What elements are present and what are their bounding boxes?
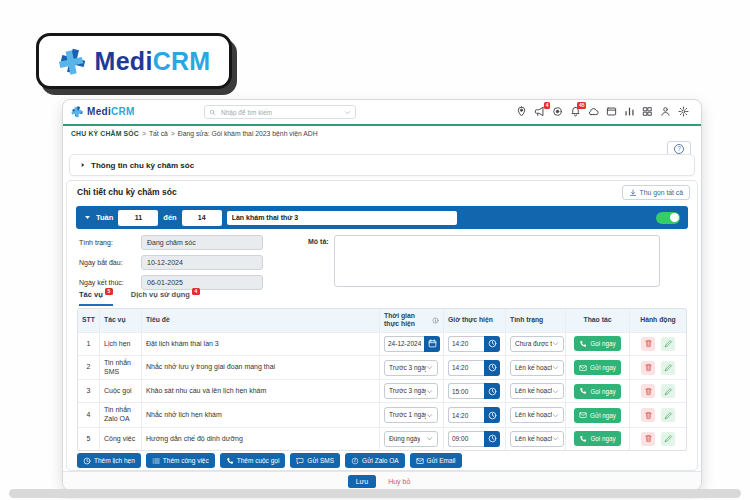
- description-textarea[interactable]: [334, 235, 660, 287]
- clock-button[interactable]: [484, 383, 500, 399]
- tab-tasks[interactable]: Tác vụ5: [79, 290, 113, 306]
- cycle-name-input[interactable]: [227, 211, 457, 225]
- clock-button[interactable]: [484, 431, 500, 447]
- add-task-button[interactable]: Thêm công việc: [146, 453, 215, 468]
- cell-row-actions: [630, 428, 686, 450]
- call-now-button[interactable]: Gọi ngay: [574, 384, 620, 399]
- edit-button[interactable]: [661, 384, 675, 398]
- info-icon[interactable]: [432, 317, 439, 324]
- medicrm-cross-icon: [58, 46, 88, 76]
- send-sms-button[interactable]: Gửi SMS: [290, 453, 340, 468]
- stats-icon[interactable]: [624, 106, 635, 117]
- delete-button[interactable]: [641, 408, 655, 422]
- cancel-button[interactable]: Huỷ bỏ: [382, 477, 416, 486]
- delete-button[interactable]: [641, 384, 655, 398]
- gear-icon[interactable]: [678, 106, 689, 117]
- global-search[interactable]: [204, 105, 356, 119]
- edit-button[interactable]: [661, 432, 675, 446]
- search-input[interactable]: [219, 108, 341, 117]
- edit-button[interactable]: [661, 408, 675, 422]
- save-button[interactable]: Lưu: [348, 475, 376, 488]
- column-header: Giờ thực hiện: [444, 309, 506, 332]
- send-now-button[interactable]: Gửi ngay: [574, 408, 621, 423]
- breadcrumb-item[interactable]: Tất cả: [149, 130, 168, 137]
- cell-stt: 3: [78, 380, 100, 402]
- hour-input[interactable]: [448, 431, 484, 447]
- target-icon[interactable]: [552, 106, 563, 117]
- cell-task-type: Tin nhắn SMS: [100, 356, 142, 380]
- megaphone-icon[interactable]: 4: [534, 106, 545, 117]
- cloud-icon[interactable]: [588, 106, 599, 117]
- calendar-button[interactable]: [424, 336, 440, 352]
- cell-row-actions: [630, 380, 686, 402]
- time-select[interactable]: Trước 3 ngày: [384, 383, 438, 399]
- hour-input[interactable]: [448, 336, 484, 352]
- collapse-all-button[interactable]: Thu gọn tất cả: [622, 185, 690, 200]
- add-call-button[interactable]: Thêm cuộc gọi: [220, 453, 286, 468]
- hour-input[interactable]: [448, 383, 484, 399]
- call-now-button[interactable]: Gọi ngay: [574, 431, 620, 446]
- footer-bar: Lưu Huỷ bỏ: [63, 471, 701, 490]
- cell-stt: 5: [78, 428, 100, 450]
- week-from-input[interactable]: [118, 210, 158, 226]
- clock-button[interactable]: [484, 336, 500, 352]
- collapse-icon: [629, 189, 637, 197]
- edit-button[interactable]: [661, 361, 675, 375]
- send-email-button[interactable]: Gửi Email: [410, 453, 462, 468]
- column-header-label: Thời gian thực hiện: [384, 312, 430, 329]
- search-icon: [209, 109, 216, 116]
- hour-input[interactable]: [448, 407, 484, 423]
- delete-button[interactable]: [641, 361, 655, 375]
- cell-time: Trước 3 ngày: [380, 380, 444, 402]
- caret-right-icon: [80, 162, 86, 168]
- mail-icon: [579, 411, 587, 419]
- time-select[interactable]: Đúng ngày: [384, 431, 438, 447]
- user-icon[interactable]: [660, 106, 671, 117]
- time-select[interactable]: Trước 3 ngày: [384, 360, 438, 376]
- clock-button[interactable]: [484, 360, 500, 376]
- breadcrumb-item[interactable]: CHU KỲ CHĂM SÓC: [71, 130, 139, 137]
- chevron-down-icon[interactable]: [344, 109, 351, 116]
- status-select-value: Lên kế hoạch: [515, 411, 552, 419]
- status-select[interactable]: Lên kế hoạch: [510, 360, 564, 376]
- status-select-value: Lên kế hoạch: [515, 435, 552, 443]
- grid-icon[interactable]: [642, 106, 653, 117]
- window-shadow: [9, 489, 741, 498]
- svg-text:Z: Z: [354, 459, 357, 463]
- app-logo[interactable]: MediCRM: [71, 105, 135, 118]
- week-to-input[interactable]: [182, 210, 222, 226]
- hour-input[interactable]: [448, 360, 484, 376]
- status-select[interactable]: Lên kế hoạch: [510, 407, 564, 423]
- tab-services[interactable]: Dịch vụ sử dụng4: [131, 290, 200, 306]
- window-icon[interactable]: [606, 106, 617, 117]
- delete-button[interactable]: [641, 432, 655, 446]
- call-now-button[interactable]: Gọi ngay: [574, 336, 620, 351]
- status-select-value: Lên kế hoạch: [515, 387, 552, 395]
- bell-icon[interactable]: 45: [570, 106, 581, 117]
- active-toggle[interactable]: [656, 212, 680, 224]
- location-icon[interactable]: [516, 106, 527, 117]
- add-appointment-button[interactable]: Thêm lịch hẹn: [77, 453, 141, 468]
- cell-title: Đặt lịch khám thai lần 3: [142, 333, 380, 355]
- status-select[interactable]: Lên kế hoạch: [510, 383, 564, 399]
- cell-task-type: Tin nhắn Zalo OA: [100, 403, 142, 427]
- week-header-bar[interactable]: Tuần đến: [76, 206, 688, 229]
- status-select[interactable]: Lên kế hoạch: [510, 431, 564, 447]
- cell-action: Gửi ngay: [566, 403, 630, 427]
- send-zalo-button[interactable]: ZGửi Zalo OA: [345, 453, 405, 468]
- phone-icon: [579, 340, 587, 348]
- edit-button[interactable]: [661, 337, 675, 351]
- section-care-cycle-info[interactable]: Thông tin chu kỳ chăm sóc: [69, 154, 695, 176]
- end-date-value: 06-01-2025: [141, 275, 263, 290]
- send-now-button[interactable]: Gửi ngay: [574, 360, 621, 375]
- time-select[interactable]: Trước 1 ngày: [384, 407, 438, 423]
- cell-hour: [444, 380, 506, 402]
- date-input[interactable]: [384, 336, 424, 352]
- cell-action: Gọi ngay: [566, 428, 630, 450]
- cell-time: Trước 3 ngày: [380, 356, 444, 380]
- cell-hour: [444, 403, 506, 427]
- status-select[interactable]: Chưa được tạo: [510, 336, 564, 352]
- delete-button[interactable]: [641, 337, 655, 351]
- column-header-label: STT: [82, 316, 95, 324]
- clock-button[interactable]: [484, 407, 500, 423]
